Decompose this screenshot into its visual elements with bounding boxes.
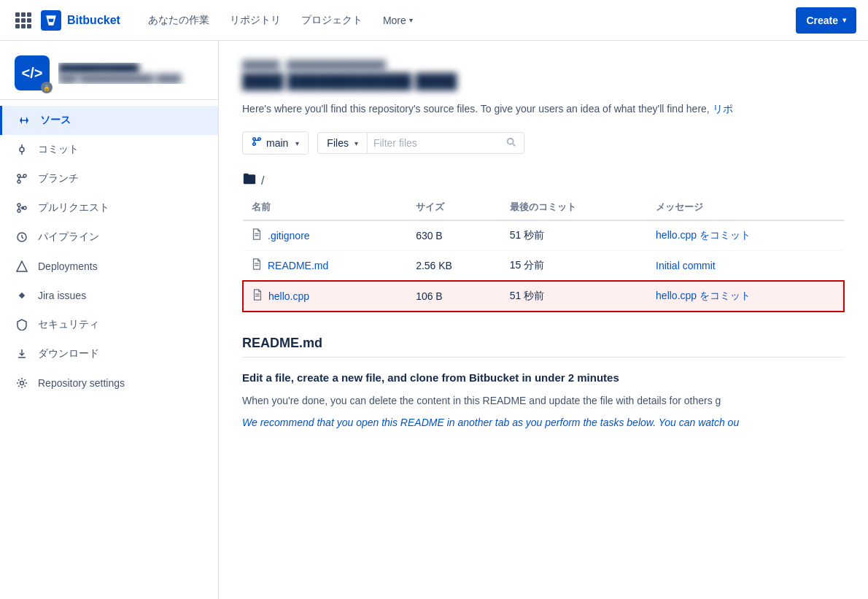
repo-sub: ███ ████████████ ████ <box>58 74 204 84</box>
sidebar-item-downloads[interactable]: ダウンロード <box>0 339 218 368</box>
lock-icon: 🔒 <box>41 82 53 93</box>
col-header-message: メッセージ <box>647 195 844 220</box>
file-icon <box>252 228 262 243</box>
sidebar-item-security[interactable]: セキュリティ <box>0 310 218 339</box>
svg-point-7 <box>18 204 20 206</box>
file-name-cell: hello.cpp <box>243 281 407 312</box>
page-title: ████ ████████████ ████ <box>242 73 845 90</box>
readme-paragraph1: When you're done, you can delete the con… <box>242 393 845 409</box>
sidebar-item-branches[interactable]: ブランチ <box>0 164 218 193</box>
commits-icon <box>15 142 29 157</box>
sidebar-nav: ソース コミット <box>0 100 218 599</box>
page-layout: </> 🔒 ████████████ ███ ████████████ ████… <box>0 41 868 599</box>
sidebar-item-pipelines[interactable]: パイプライン <box>0 223 218 252</box>
path-header: / <box>242 172 845 189</box>
logo-text: Bitbucket <box>67 14 120 27</box>
breadcrumb-text: ██████ / ████████████████ <box>242 60 386 70</box>
file-icon <box>252 258 262 273</box>
branch-selector[interactable]: main ▾ <box>242 131 309 155</box>
file-size: 630 B <box>407 220 501 251</box>
table-header-row: 名前 サイズ 最後のコミット メッセージ <box>243 195 844 220</box>
svg-point-15 <box>508 138 514 144</box>
pipelines-icon <box>15 230 29 244</box>
sidebar-item-source[interactable]: ソース <box>0 106 218 135</box>
readme-heading: Edit a file, create a new file, and clon… <box>242 369 845 387</box>
nav-projects[interactable]: プロジェクト <box>291 0 373 41</box>
create-button[interactable]: Create ▾ <box>796 7 856 34</box>
branch-label: main <box>266 137 288 149</box>
main-content: ██████ / ████████████████ ████ █████████… <box>219 41 868 599</box>
pullrequests-icon <box>15 201 29 215</box>
svg-point-5 <box>18 180 20 183</box>
sidebar-item-label: プルリクエスト <box>38 201 109 215</box>
file-link-readme[interactable]: README.md <box>268 260 328 271</box>
svg-point-11 <box>20 382 24 385</box>
sidebar-header: </> 🔒 ████████████ ███ ████████████ ████ <box>0 41 218 100</box>
description-link[interactable]: リポ <box>713 103 733 115</box>
file-message: Initial commit <box>647 251 844 282</box>
readme-section: README.md Edit a file, create a new file… <box>242 336 845 431</box>
sidebar-item-label: パイプライン <box>38 231 99 244</box>
bitbucket-logo[interactable]: Bitbucket <box>41 10 120 31</box>
files-filter: Files ▾ <box>317 132 524 154</box>
topnav: Bitbucket あなたの作業 リポジトリ プロジェクト More ▾ Cre… <box>0 0 868 41</box>
filter-input[interactable] <box>368 133 499 153</box>
file-size: 106 B <box>407 281 501 312</box>
sidebar-item-pullrequests[interactable]: プルリクエスト <box>0 193 218 223</box>
file-commit-time: 51 秒前 <box>501 220 647 251</box>
svg-point-1 <box>20 147 24 152</box>
sidebar-item-label: セキュリティ <box>38 318 99 331</box>
sidebar-item-label: Jira issues <box>38 290 86 301</box>
svg-point-8 <box>18 209 20 212</box>
sidebar-item-commits[interactable]: コミット <box>0 135 218 164</box>
filter-input-wrap <box>368 132 524 154</box>
file-commit-time: 51 秒前 <box>501 281 647 312</box>
security-icon <box>15 317 29 332</box>
repo-info: ████████████ ███ ████████████ ████ <box>58 63 204 84</box>
sidebar-item-label: ダウンロード <box>38 347 99 360</box>
grid-menu-icon[interactable] <box>12 9 35 32</box>
readme-paragraph2: We recommend that you open this README i… <box>242 414 845 430</box>
col-header-commit: 最後のコミット <box>501 195 647 220</box>
file-name-cell: README.md <box>243 251 407 282</box>
file-table: 名前 サイズ 最後のコミット メッセージ <box>242 195 845 312</box>
file-link-gitignore[interactable]: .gitignore <box>268 230 310 241</box>
sidebar-item-jira[interactable]: Jira issues <box>0 281 218 310</box>
sidebar-item-label: コミット <box>38 143 79 156</box>
file-size: 2.56 KB <box>407 251 501 282</box>
jira-icon <box>15 288 29 303</box>
toolbar: main ▾ Files ▾ <box>242 131 845 155</box>
file-commit-time: 15 分前 <box>501 251 647 282</box>
downloads-icon <box>15 347 29 361</box>
file-message: hello.cpp をコミット <box>647 281 844 312</box>
settings-icon <box>15 376 29 390</box>
file-message: hello.cpp をコミット <box>647 220 844 251</box>
commit-message-link[interactable]: Initial commit <box>656 260 716 271</box>
file-icon <box>252 289 263 304</box>
files-selector[interactable]: Files ▾ <box>317 132 368 154</box>
sidebar-item-label: Deployments <box>38 260 98 272</box>
svg-point-13 <box>253 143 256 146</box>
sidebar-item-label: ソース <box>40 114 71 127</box>
nav-your-work[interactable]: あなたの作業 <box>138 0 220 41</box>
page-title-area: ████ ████████████ ████ <box>242 73 845 90</box>
nav-repositories[interactable]: リポジトリ <box>220 0 291 41</box>
commit-message-link[interactable]: hello.cpp をコミット <box>656 290 751 301</box>
description-text: Here's where you'll find this repository… <box>242 101 845 117</box>
readme-content: Edit a file, create a new file, and clon… <box>242 369 845 431</box>
source-icon <box>17 113 31 128</box>
file-link-hellocpp[interactable]: hello.cpp <box>268 290 309 302</box>
branch-chevron-icon: ▾ <box>295 139 299 147</box>
sidebar-item-settings[interactable]: Repository settings <box>0 368 218 398</box>
repo-name: ████████████ <box>58 63 204 74</box>
sidebar-item-label: ブランチ <box>38 172 79 185</box>
avatar: </> 🔒 <box>15 55 50 90</box>
more-chevron-icon: ▾ <box>409 16 413 24</box>
col-header-name: 名前 <box>243 195 407 220</box>
svg-rect-10 <box>19 293 25 298</box>
path-slash: / <box>261 174 264 188</box>
table-row: README.md 2.56 KB 15 分前 Initial commit <box>243 251 844 282</box>
sidebar-item-deployments[interactable]: Deployments <box>0 252 218 281</box>
nav-more[interactable]: More ▾ <box>373 0 423 41</box>
commit-message-link[interactable]: hello.cpp をコミット <box>656 229 751 241</box>
